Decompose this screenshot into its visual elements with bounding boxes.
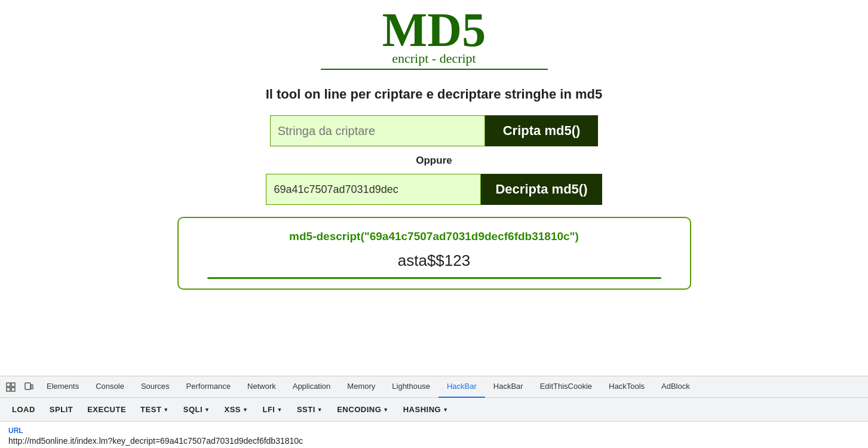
logo-underline — [321, 69, 548, 70]
svg-rect-0 — [7, 383, 10, 386]
logo-subtitle: encript - decript — [392, 51, 476, 66]
svg-rect-4 — [25, 383, 30, 389]
encrypt-input[interactable] — [270, 115, 485, 146]
result-function-label: md5-descript("69a41c7507ad7031d9decf6fdb… — [289, 230, 579, 243]
svg-rect-5 — [31, 385, 33, 389]
test-arrow-icon: ▼ — [163, 407, 168, 413]
xss-button[interactable]: XSS ▼ — [219, 403, 254, 416]
xss-label: XSS — [225, 405, 241, 414]
device-toolbar-icon[interactable] — [20, 379, 37, 395]
svg-rect-2 — [7, 388, 10, 391]
tab-application[interactable]: Application — [284, 376, 339, 398]
tab-network[interactable]: Network — [239, 376, 284, 398]
hashing-button[interactable]: HASHING ▼ — [397, 403, 455, 416]
split-button[interactable]: SPLIT — [44, 403, 79, 416]
tab-elements[interactable]: Elements — [38, 376, 87, 398]
hashing-label: HASHING — [403, 405, 441, 414]
tab-hacktools[interactable]: HackTools — [600, 376, 653, 398]
logo-section: MD5 encript - decript — [321, 6, 548, 70]
tab-lighthouse[interactable]: Lighthouse — [384, 376, 438, 398]
devtools-bottom: URL http://md5online.it/index.lm?key_dec… — [0, 422, 868, 448]
hackbar-toolbar: LOAD SPLIT EXECUTE TEST ▼ SQLI ▼ XSS ▼ L… — [0, 398, 868, 422]
devtools-tabbar: Elements Console Sources Performance Net… — [0, 376, 868, 398]
result-value: asta$$123 — [398, 251, 470, 270]
tab-console[interactable]: Console — [87, 376, 133, 398]
tab-adblock[interactable]: AdBlock — [653, 376, 698, 398]
url-value[interactable]: http://md5online.it/index.lm?key_decript… — [8, 436, 860, 446]
tab-sources[interactable]: Sources — [133, 376, 178, 398]
sqli-arrow-icon: ▼ — [204, 407, 210, 413]
tab-memory[interactable]: Memory — [339, 376, 384, 398]
inspect-element-icon[interactable] — [2, 379, 19, 395]
cripta-button[interactable]: Cripta md5() — [485, 115, 599, 146]
tab-editthiscookie[interactable]: EditThisCookie — [532, 376, 600, 398]
url-section: URL http://md5online.it/index.lm?key_dec… — [0, 422, 868, 448]
oppure-label: Oppure — [416, 155, 452, 167]
page-tagline: Il tool on line per criptare e decriptar… — [266, 87, 603, 102]
lfi-label: LFI — [262, 405, 275, 414]
lfi-button[interactable]: LFI ▼ — [256, 403, 288, 416]
svg-rect-1 — [11, 383, 15, 386]
result-box: md5-descript("69a41c7507ad7031d9decf6fdb… — [177, 217, 691, 290]
lfi-arrow-icon: ▼ — [277, 407, 282, 413]
test-button[interactable]: TEST ▼ — [134, 403, 175, 416]
encoding-button[interactable]: ENCODING ▼ — [331, 403, 394, 416]
load-button[interactable]: LOAD — [6, 403, 41, 416]
encoding-label: ENCODING — [337, 405, 381, 414]
tab-hackbar-2[interactable]: HackBar — [485, 376, 532, 398]
sqli-label: SQLI — [183, 405, 203, 414]
decripta-button[interactable]: Decripta md5() — [481, 174, 602, 205]
hashing-arrow-icon: ▼ — [443, 407, 448, 413]
sqli-button[interactable]: SQLI ▼ — [177, 403, 216, 416]
encrypt-row: Cripta md5() — [270, 115, 599, 146]
devtools-panel: Elements Console Sources Performance Net… — [0, 376, 868, 448]
ssti-arrow-icon: ▼ — [317, 407, 323, 413]
test-label: TEST — [140, 405, 161, 414]
result-underline — [207, 277, 661, 279]
decrypt-row: Decripta md5() — [266, 174, 602, 205]
tab-performance[interactable]: Performance — [178, 376, 239, 398]
svg-rect-3 — [11, 388, 15, 391]
tab-hackbar-active[interactable]: HackBar — [438, 376, 485, 398]
xss-arrow-icon: ▼ — [243, 407, 248, 413]
url-label: URL — [8, 426, 860, 435]
decrypt-input[interactable] — [266, 174, 481, 205]
ssti-button[interactable]: SSTI ▼ — [291, 403, 329, 416]
webpage-content: MD5 encript - decript Il tool on line pe… — [0, 0, 868, 376]
execute-button[interactable]: EXECUTE — [81, 403, 132, 416]
logo-title: MD5 — [382, 6, 486, 54]
encoding-arrow-icon: ▼ — [383, 407, 388, 413]
ssti-label: SSTI — [297, 405, 315, 414]
